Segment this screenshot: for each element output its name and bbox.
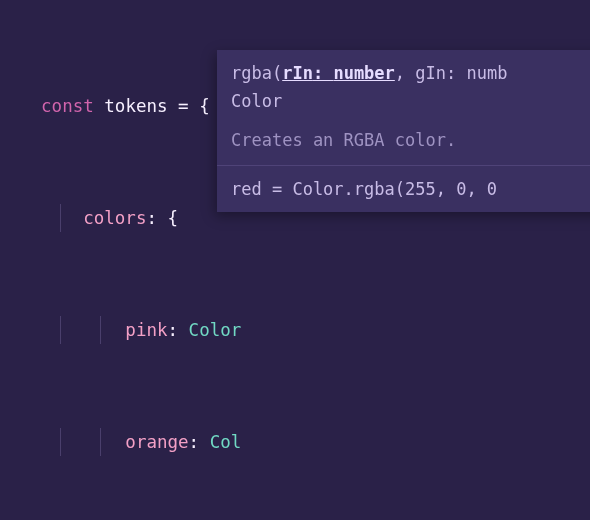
- key-orange: orange: [125, 428, 188, 456]
- tooltip-return-type: Color: [231, 88, 590, 114]
- signature-help-tooltip: rgba(rIn: number, gIn: numb Color Create…: [217, 50, 590, 212]
- key-colors: colors: [83, 204, 146, 232]
- tooltip-current-param: rIn: [282, 63, 313, 83]
- keyword-const: const: [41, 92, 94, 120]
- code-line[interactable]: orange: Col: [0, 428, 590, 456]
- key-pink: pink: [125, 316, 167, 344]
- tooltip-signature: rgba(rIn: number, gIn: numb: [231, 60, 590, 86]
- tooltip-fn-name: rgba: [231, 63, 272, 83]
- tooltip-param-type: number: [333, 63, 394, 83]
- tooltip-description: Creates an RGBA color.: [231, 127, 590, 153]
- code-line[interactable]: pink: Color: [0, 316, 590, 344]
- tooltip-divider: [217, 165, 590, 166]
- type-color: Color: [189, 316, 242, 344]
- type-color: Col: [210, 428, 242, 456]
- tooltip-rest-sig: , gIn: numb: [395, 63, 508, 83]
- var-tokens: tokens: [104, 92, 167, 120]
- tooltip-example: red = Color.rgba(255, 0, 0: [231, 176, 590, 202]
